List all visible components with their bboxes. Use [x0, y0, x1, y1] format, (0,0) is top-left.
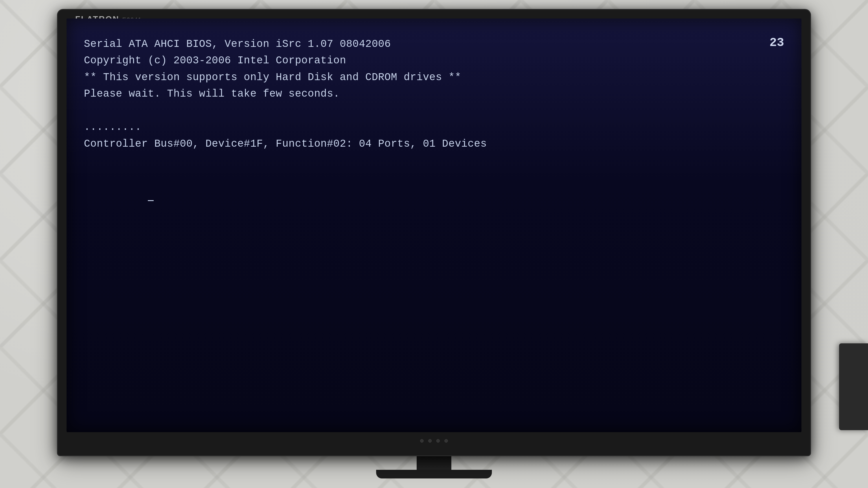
bios-line-dots: ......... [84, 119, 784, 136]
monitor-power-button[interactable] [420, 439, 424, 443]
bios-line-controller: Controller Bus#00, Device#1F, Function#0… [84, 136, 784, 153]
bios-spacer-2 [84, 153, 784, 169]
monitor-bottom-bezel [66, 432, 802, 450]
bios-cursor-line [84, 169, 784, 219]
monitor-up-button[interactable] [436, 439, 440, 443]
monitor-stand-neck [416, 455, 452, 470]
monitor: FLATRON E2041 Serial ATA AHCI BIOS, Vers… [58, 10, 810, 455]
bios-line-2: Copyright (c) 2003-2006 Intel Corporatio… [84, 52, 784, 69]
monitor-screen: Serial ATA AHCI BIOS, Version iSrc 1.07 … [66, 19, 802, 432]
bios-line-3: ** This version supports only Hard Disk … [84, 69, 784, 86]
bios-spacer-1 [84, 102, 784, 119]
bios-output: Serial ATA AHCI BIOS, Version iSrc 1.07 … [84, 36, 784, 415]
bios-line-4: Please wait. This will take few seconds. [84, 86, 784, 102]
bios-counter: 23 [770, 36, 784, 50]
bios-cursor [148, 200, 154, 201]
monitor-stand-base [376, 470, 492, 479]
monitor-menu-button[interactable] [428, 439, 432, 443]
side-device [839, 344, 868, 430]
monitor-down-button[interactable] [444, 439, 448, 443]
bios-line-1: Serial ATA AHCI BIOS, Version iSrc 1.07 … [84, 36, 784, 53]
